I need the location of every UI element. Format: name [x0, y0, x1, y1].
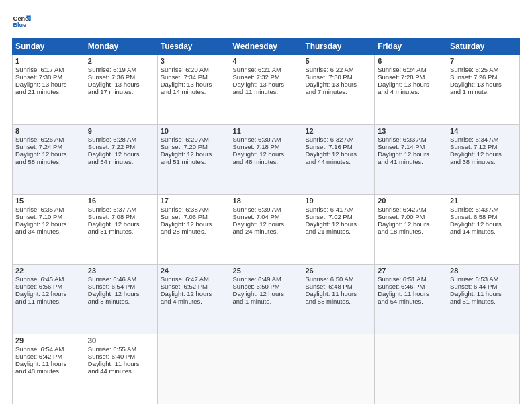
calendar-cell: 24Sunrise: 6:47 AMSunset: 6:52 PMDayligh…: [157, 265, 230, 334]
calendar-cell: [375, 334, 447, 404]
day-info-line: Daylight: 13 hours: [88, 81, 154, 88]
calendar-cell: 2Sunrise: 6:19 AMSunset: 7:36 PMDaylight…: [85, 55, 157, 125]
day-info-line: Sunrise: 6:35 AM: [15, 205, 82, 213]
day-info-line: and 44 minutes.: [305, 158, 371, 165]
weekday-header-friday: Friday: [375, 38, 447, 55]
day-info-line: Daylight: 12 hours: [450, 220, 517, 228]
day-info-line: Daylight: 11 hours: [305, 290, 371, 298]
day-info-line: Sunrise: 6:39 AM: [233, 205, 300, 213]
day-info-line: Daylight: 13 hours: [233, 81, 300, 88]
day-info-line: and 41 minutes.: [378, 158, 444, 165]
day-info-line: and 51 minutes.: [450, 298, 517, 305]
day-info-line: Sunset: 7:20 PM: [161, 143, 227, 150]
day-info-line: Sunrise: 6:30 AM: [233, 136, 300, 143]
day-info-line: Sunrise: 6:26 AM: [15, 136, 82, 143]
day-info-line: Sunrise: 6:25 AM: [450, 66, 517, 73]
calendar-cell: 5Sunrise: 6:22 AMSunset: 7:30 PMDaylight…: [302, 55, 375, 125]
day-info-line: and 48 minutes.: [15, 367, 82, 375]
calendar-cell: 30Sunrise: 6:55 AMSunset: 6:40 PMDayligh…: [85, 334, 157, 404]
day-info-line: Sunset: 7:36 PM: [88, 73, 154, 81]
day-number: 1: [15, 57, 82, 65]
calendar-cell: 25Sunrise: 6:49 AMSunset: 6:50 PMDayligh…: [230, 265, 302, 334]
day-info-line: Daylight: 11 hours: [88, 360, 154, 367]
day-info-line: and 44 minutes.: [88, 367, 154, 375]
day-info-line: and 17 minutes.: [88, 88, 154, 95]
day-info-line: Sunset: 7:00 PM: [378, 213, 444, 220]
weekday-header-tuesday: Tuesday: [157, 38, 230, 55]
day-info-line: Sunrise: 6:45 AM: [15, 275, 82, 283]
calendar-cell: 15Sunrise: 6:35 AMSunset: 7:10 PMDayligh…: [13, 195, 85, 265]
day-info-line: Sunrise: 6:43 AM: [450, 205, 517, 213]
calendar-cell: 12Sunrise: 6:32 AMSunset: 7:16 PMDayligh…: [302, 125, 375, 195]
calendar-cell: 9Sunrise: 6:28 AMSunset: 7:22 PMDaylight…: [85, 125, 157, 195]
day-info-line: Sunset: 7:26 PM: [450, 73, 517, 81]
day-info-line: Sunset: 6:48 PM: [305, 283, 371, 290]
day-info-line: Daylight: 12 hours: [378, 150, 444, 158]
day-info-line: and 7 minutes.: [305, 88, 371, 95]
day-info-line: Sunset: 7:16 PM: [305, 143, 371, 150]
calendar-cell: 3Sunrise: 6:20 AMSunset: 7:34 PMDaylight…: [157, 55, 230, 125]
day-info-line: Sunrise: 6:46 AM: [88, 275, 154, 283]
day-number: 5: [305, 57, 371, 65]
logo: General Blue: [12, 12, 31, 31]
calendar-cell: 17Sunrise: 6:38 AMSunset: 7:06 PMDayligh…: [157, 195, 230, 265]
day-info-line: Daylight: 13 hours: [305, 81, 371, 88]
day-info-line: and 28 minutes.: [161, 228, 227, 235]
day-info-line: Daylight: 12 hours: [233, 150, 300, 158]
svg-text:Blue: Blue: [13, 21, 26, 28]
day-number: 22: [15, 267, 82, 275]
day-info-line: Sunset: 6:44 PM: [450, 283, 517, 290]
calendar-page: General Blue SundayMondayTuesdayWednesda…: [0, 0, 532, 411]
day-info-line: Sunrise: 6:38 AM: [161, 205, 227, 213]
day-info-line: Sunrise: 6:41 AM: [305, 205, 371, 213]
day-info-line: and 38 minutes.: [450, 158, 517, 165]
day-info-line: Daylight: 12 hours: [15, 150, 82, 158]
day-info-line: Daylight: 12 hours: [378, 220, 444, 228]
weekday-header-wednesday: Wednesday: [230, 38, 302, 55]
day-info-line: and 11 minutes.: [15, 298, 82, 305]
day-info-line: Sunset: 7:02 PM: [305, 213, 371, 220]
day-info-line: Sunset: 7:14 PM: [378, 143, 444, 150]
day-info-line: and 34 minutes.: [15, 228, 82, 235]
day-info-line: Daylight: 12 hours: [161, 150, 227, 158]
day-number: 19: [305, 197, 371, 205]
day-number: 6: [378, 57, 444, 65]
day-info-line: Sunrise: 6:54 AM: [15, 345, 82, 353]
calendar-table: SundayMondayTuesdayWednesdayThursdayFrid…: [12, 38, 520, 404]
day-number: 21: [450, 197, 517, 205]
calendar-cell: [157, 334, 230, 404]
day-info-line: Sunrise: 6:20 AM: [161, 66, 227, 73]
day-info-line: Sunrise: 6:42 AM: [378, 205, 444, 213]
calendar-cell: 21Sunrise: 6:43 AMSunset: 6:58 PMDayligh…: [447, 195, 520, 265]
day-info-line: and 54 minutes.: [88, 158, 154, 165]
calendar-cell: 14Sunrise: 6:34 AMSunset: 7:12 PMDayligh…: [447, 125, 520, 195]
calendar-cell: [302, 334, 375, 404]
day-info-line: Sunset: 7:24 PM: [15, 143, 82, 150]
day-info-line: Daylight: 12 hours: [15, 290, 82, 298]
day-number: 18: [233, 197, 300, 205]
day-info-line: Sunset: 7:30 PM: [305, 73, 371, 81]
calendar-week-row: 1Sunrise: 6:17 AMSunset: 7:38 PMDaylight…: [13, 55, 520, 125]
day-info-line: Sunrise: 6:51 AM: [378, 275, 444, 283]
day-info-line: Daylight: 12 hours: [233, 220, 300, 228]
day-info-line: Daylight: 13 hours: [378, 81, 444, 88]
calendar-cell: 7Sunrise: 6:25 AMSunset: 7:26 PMDaylight…: [447, 55, 520, 125]
day-info-line: Daylight: 12 hours: [88, 220, 154, 228]
day-number: 16: [88, 197, 154, 205]
day-number: 30: [88, 336, 154, 345]
day-info-line: Sunset: 7:28 PM: [378, 73, 444, 81]
day-number: 8: [15, 127, 82, 135]
day-info-line: and 54 minutes.: [378, 298, 444, 305]
day-number: 14: [450, 127, 517, 135]
calendar-week-row: 15Sunrise: 6:35 AMSunset: 7:10 PMDayligh…: [13, 195, 520, 265]
day-info-line: Sunrise: 6:55 AM: [88, 345, 154, 353]
day-info-line: Sunset: 6:46 PM: [378, 283, 444, 290]
day-info-line: Daylight: 11 hours: [450, 290, 517, 298]
day-info-line: and 11 minutes.: [233, 88, 300, 95]
day-info-line: and 58 minutes.: [15, 158, 82, 165]
calendar-cell: 11Sunrise: 6:30 AMSunset: 7:18 PMDayligh…: [230, 125, 302, 195]
day-info-line: Daylight: 11 hours: [15, 360, 82, 367]
calendar-cell: 16Sunrise: 6:37 AMSunset: 7:08 PMDayligh…: [85, 195, 157, 265]
calendar-cell: [230, 334, 302, 404]
calendar-cell: 8Sunrise: 6:26 AMSunset: 7:24 PMDaylight…: [13, 125, 85, 195]
